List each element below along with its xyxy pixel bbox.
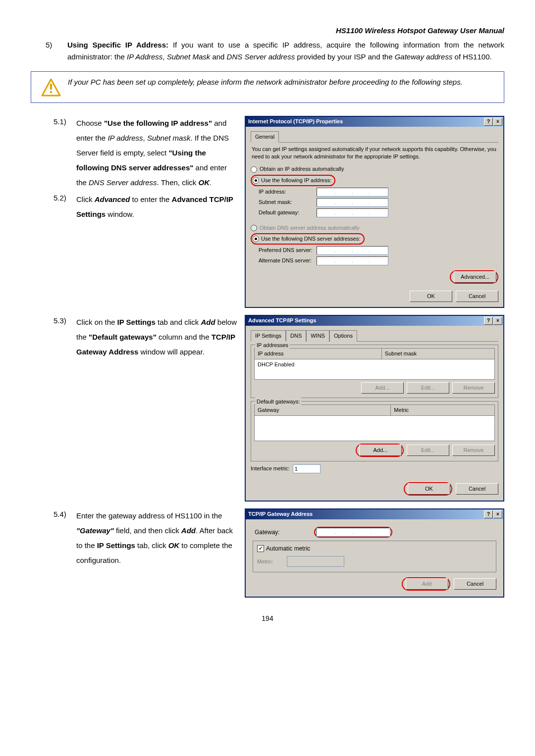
- radio-obtain-dns-auto: Obtain DNS server address automatically: [251, 224, 498, 232]
- dialog2-tabs: IP Settings DNS WINS Options: [251, 330, 498, 342]
- ip-address-field[interactable]: IP address:...: [259, 188, 498, 197]
- substep-5-1: 5.1) Choose "Use the following IP addres…: [31, 116, 239, 190]
- dialog1-title: Internet Protocol (TCP/IP) Properties: [248, 117, 343, 126]
- tab-ip-settings[interactable]: IP Settings: [251, 330, 286, 342]
- step5-number: 5): [46, 39, 67, 62]
- gateway-input[interactable]: ...: [317, 208, 388, 217]
- preferred-dns-input[interactable]: ...: [317, 246, 388, 255]
- radio-icon: [251, 166, 257, 173]
- gateway-field[interactable]: Gateway: ...: [255, 527, 496, 538]
- dialog1-tabs: General: [251, 131, 498, 143]
- manual-header: HS1100 Wireless Hotspot Gateway User Man…: [31, 25, 504, 36]
- step-5: 5) Using Specific IP Address: If you wan…: [46, 39, 504, 62]
- warning-text: If your PC has been set up completely, p…: [68, 76, 463, 98]
- gw-edit-button: Edit...: [407, 445, 449, 456]
- subnet-mask-field[interactable]: Subnet mask:...: [259, 198, 498, 207]
- check-icon: ✓: [257, 545, 264, 552]
- tab-options[interactable]: Options: [329, 330, 357, 342]
- tab-wins[interactable]: WINS: [306, 330, 329, 342]
- table-row[interactable]: DHCP Enabled: [255, 359, 495, 379]
- gw-remove-button: Remove: [452, 445, 495, 456]
- default-gateway-field[interactable]: Default gateway:...: [259, 208, 498, 217]
- ip-input[interactable]: ...: [317, 188, 388, 197]
- auto-metric-group: ✓ Automatic metric Metric:: [253, 541, 496, 573]
- dialog1-close-button[interactable]: ×: [493, 118, 502, 126]
- gw-add-button[interactable]: Add...: [359, 445, 402, 456]
- warning-box: If your PC has been set up completely, p…: [31, 71, 504, 103]
- page-number: 194: [31, 613, 504, 624]
- dialog2-title: Advanced TCP/IP Settings: [248, 316, 316, 325]
- dialog2-cancel-button[interactable]: Cancel: [456, 483, 498, 495]
- radio-icon: [253, 177, 259, 184]
- alternate-dns-input[interactable]: ...: [317, 256, 388, 265]
- preferred-dns-field[interactable]: Preferred DNS server:...: [259, 246, 498, 255]
- ip-remove-button: Remove: [452, 382, 495, 394]
- dialog3-help-button[interactable]: ?: [484, 510, 493, 518]
- dialog3-cancel-button[interactable]: Cancel: [454, 578, 496, 590]
- radio-use-dns[interactable]: Use the following DNS server addresses:: [251, 233, 498, 245]
- interface-metric-input[interactable]: [293, 464, 321, 473]
- table-row: [255, 415, 495, 441]
- step5-lead: Using Specific IP Address:: [67, 41, 168, 49]
- radio-obtain-ip-auto[interactable]: Obtain an IP address automatically: [251, 165, 498, 173]
- dialog2-close-button[interactable]: ×: [493, 317, 502, 325]
- tcpip-properties-dialog: Internet Protocol (TCP/IP) Properties ? …: [245, 116, 504, 308]
- interface-metric: Interface metric:: [251, 464, 498, 473]
- tab-dns[interactable]: DNS: [286, 330, 306, 342]
- dialog2-help-button[interactable]: ?: [484, 317, 493, 325]
- gateway-address-dialog: TCP/IP Gateway Address ? × Gateway: ... …: [245, 508, 504, 598]
- metric-field: Metric:: [257, 556, 492, 567]
- gateway-ip-input[interactable]: ...: [316, 528, 390, 537]
- substep-5-3: 5.3) Click on the IP Settings tab and cl…: [31, 315, 239, 359]
- alternate-dns-field[interactable]: Alternate DNS server:...: [259, 256, 498, 265]
- ok-button[interactable]: OK: [410, 291, 452, 302]
- advanced-button[interactable]: Advanced...: [454, 271, 496, 283]
- dialog3-close-button[interactable]: ×: [493, 510, 502, 518]
- radio-use-ip[interactable]: Use the following IP address:: [251, 175, 498, 186]
- warning-icon: [41, 78, 61, 98]
- gateways-table: GatewayMetric: [254, 404, 495, 441]
- metric-input: [287, 556, 344, 567]
- advanced-tcpip-dialog: Advanced TCP/IP Settings ? × IP Settings…: [245, 315, 504, 502]
- svg-rect-2: [50, 91, 52, 93]
- ip-addresses-group: IP addresses IP addressSubnet mask DHCP …: [251, 345, 498, 398]
- dialog2-ok-button[interactable]: OK: [408, 483, 450, 495]
- svg-rect-1: [50, 84, 52, 90]
- step5-text: Using Specific IP Address: If you want t…: [67, 39, 504, 62]
- dialog1-help-button[interactable]: ?: [484, 118, 493, 126]
- dialog1-description: You can get IP settings assigned automat…: [252, 146, 497, 160]
- ip-add-button: Add...: [361, 382, 404, 394]
- tab-general[interactable]: General: [251, 131, 279, 143]
- substep-5-4: 5.4) Enter the gateway address of HS1100…: [31, 508, 239, 568]
- dialog2-titlebar: Advanced TCP/IP Settings ? ×: [246, 316, 503, 326]
- dialog1-titlebar: Internet Protocol (TCP/IP) Properties ? …: [246, 117, 503, 127]
- cancel-button[interactable]: Cancel: [456, 291, 498, 302]
- ip-addresses-table: IP addressSubnet mask DHCP Enabled: [254, 348, 495, 380]
- ip-edit-button: Edit...: [407, 382, 449, 394]
- radio-icon: [251, 225, 257, 231]
- radio-icon: [253, 236, 259, 242]
- automatic-metric-checkbox[interactable]: ✓ Automatic metric: [257, 544, 492, 554]
- dialog3-title: TCP/IP Gateway Address: [248, 510, 313, 518]
- default-gateways-group: Default gateways: GatewayMetric Add... E…: [251, 401, 498, 461]
- dialog3-add-button[interactable]: Add: [406, 578, 448, 590]
- substep-5-2: 5.2) Click Advanced to enter the Advance…: [31, 192, 239, 222]
- subnet-mask-input[interactable]: ...: [317, 198, 388, 207]
- dialog3-titlebar: TCP/IP Gateway Address ? ×: [246, 509, 503, 519]
